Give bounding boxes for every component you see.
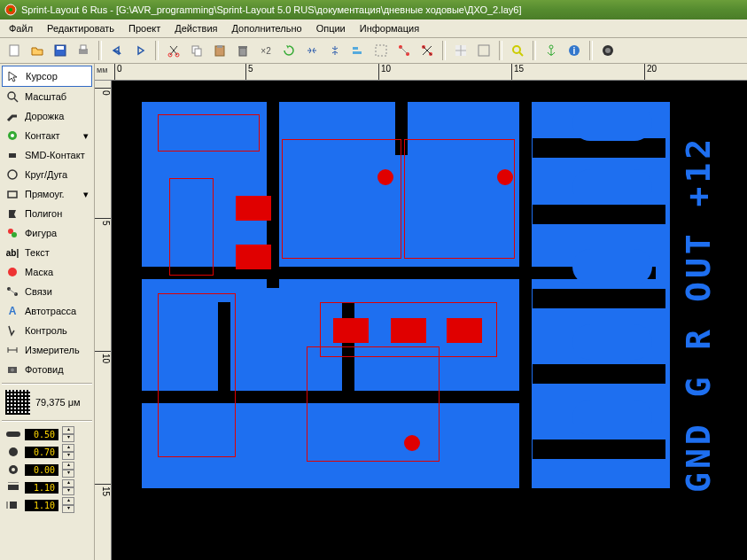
circle-icon bbox=[5, 167, 19, 182]
menu-options[interactable]: Опции bbox=[309, 21, 353, 35]
svg-point-58 bbox=[12, 468, 15, 471]
svg-point-1 bbox=[9, 8, 12, 12]
svg-rect-61 bbox=[10, 502, 17, 509]
tool-shape[interactable]: Фигура bbox=[2, 223, 92, 243]
flip-h-button[interactable] bbox=[301, 40, 323, 61]
menu-edit[interactable]: Редактировать bbox=[40, 21, 121, 35]
menu-project[interactable]: Проект bbox=[121, 21, 167, 35]
tool-label: Измеритель bbox=[25, 345, 80, 355]
undo-button[interactable] bbox=[106, 40, 128, 61]
param-value: 0.00 bbox=[25, 464, 58, 476]
tool-label: Дорожка bbox=[25, 111, 64, 121]
rotate-button[interactable] bbox=[278, 40, 300, 61]
param-value: 1.10 bbox=[25, 500, 58, 511]
param-pad-outer[interactable]: 0.70 ▴▾ bbox=[2, 443, 92, 461]
grid-toggle-button[interactable] bbox=[450, 40, 471, 61]
grid-setting[interactable]: 79,375 μм bbox=[2, 388, 92, 416]
menu-extra[interactable]: Дополнительно bbox=[224, 21, 308, 35]
print-button[interactable] bbox=[73, 40, 94, 61]
param-pad-inner[interactable]: 0.00 ▴▾ bbox=[2, 461, 92, 478]
svg-rect-12 bbox=[217, 45, 222, 48]
pcb-canvas[interactable]: GND G R OUT +12 bbox=[112, 81, 747, 560]
copy-button[interactable] bbox=[186, 40, 207, 61]
cut-button[interactable] bbox=[163, 40, 184, 61]
tool-mask[interactable]: Маска bbox=[2, 262, 92, 282]
grid-icon bbox=[5, 390, 30, 415]
ruler-horizontal: мм 0 5 10 15 20 bbox=[95, 64, 747, 81]
menu-actions[interactable]: Действия bbox=[167, 21, 224, 35]
menu-info[interactable]: Информация bbox=[353, 21, 426, 35]
tool-label: Контакт bbox=[25, 130, 60, 141]
grid-value: 79,375 μм bbox=[35, 397, 81, 408]
tool-label: Фигура bbox=[25, 228, 57, 238]
save-button[interactable] bbox=[50, 40, 71, 61]
duplicate-button[interactable]: ×2 bbox=[255, 40, 276, 61]
open-button[interactable] bbox=[27, 40, 48, 61]
new-button[interactable] bbox=[4, 40, 25, 61]
canvas-area: мм 0 5 10 15 20 0 5 10 15 bbox=[95, 64, 747, 560]
paste-button[interactable] bbox=[209, 40, 230, 61]
ruler-vertical: 0 5 10 15 bbox=[95, 81, 112, 560]
menu-bar: Файл Редактировать Проект Действия Допол… bbox=[0, 19, 747, 38]
tool-zoom[interactable]: Масштаб bbox=[2, 87, 92, 106]
macro-button[interactable] bbox=[597, 40, 619, 61]
tool-check[interactable]: Контроль bbox=[2, 321, 92, 340]
svg-point-40 bbox=[8, 170, 17, 179]
polygon-icon bbox=[5, 206, 19, 221]
ruler-tick: 15 bbox=[95, 484, 111, 496]
spinner[interactable]: ▴▾ bbox=[62, 497, 74, 513]
title-bar: Sprint-Layout 6 Rus - [G:\AVR_programmin… bbox=[0, 0, 747, 19]
tools-sidebar: Курсор Масштаб Дорожка Контакт ▾ SMD-Кон… bbox=[0, 64, 95, 560]
svg-line-47 bbox=[9, 289, 16, 294]
redo-button[interactable] bbox=[129, 40, 151, 61]
info-button[interactable]: i bbox=[564, 40, 585, 61]
tool-label: Курсор bbox=[26, 71, 58, 82]
tool-rect[interactable]: Прямоуг. ▾ bbox=[2, 184, 92, 204]
anchor-button[interactable] bbox=[541, 40, 562, 61]
tool-autoroute[interactable]: A Автотрасса bbox=[2, 301, 92, 321]
param-value: 1.10 bbox=[25, 482, 58, 494]
spinner[interactable]: ▴▾ bbox=[62, 479, 74, 495]
param-value: 0.70 bbox=[25, 447, 58, 458]
menu-file[interactable]: Файл bbox=[2, 21, 40, 35]
grid-options-button[interactable] bbox=[473, 40, 494, 61]
tool-measure[interactable]: Измеритель bbox=[2, 340, 92, 360]
tool-cursor[interactable]: Курсор bbox=[2, 66, 92, 87]
zoom-button[interactable] bbox=[507, 40, 528, 61]
tool-label: Контроль bbox=[25, 325, 67, 336]
param-track-width[interactable]: 0.50 ▴▾ bbox=[2, 425, 92, 443]
delete-button[interactable] bbox=[232, 40, 253, 61]
svg-point-38 bbox=[11, 134, 14, 137]
flip-v-button[interactable] bbox=[324, 40, 346, 61]
connection-button[interactable] bbox=[393, 40, 415, 61]
align-button[interactable] bbox=[347, 40, 369, 61]
svg-point-44 bbox=[8, 268, 17, 276]
pcb-terminal-labels: GND G R OUT +12 bbox=[679, 136, 718, 493]
param-smd-h[interactable]: 1.10 ▴▾ bbox=[2, 496, 92, 514]
measure-icon bbox=[5, 343, 19, 357]
smd-w-icon bbox=[5, 481, 21, 494]
cursor-icon bbox=[6, 69, 20, 83]
dropdown-icon: ▾ bbox=[83, 130, 89, 142]
ruler-tick: 0 bbox=[114, 64, 122, 80]
content-area: Курсор Масштаб Дорожка Контакт ▾ SMD-Кон… bbox=[0, 64, 747, 560]
svg-rect-39 bbox=[9, 153, 16, 158]
remove-conn-button[interactable] bbox=[416, 40, 438, 61]
tool-track[interactable]: Дорожка bbox=[2, 106, 92, 126]
spinner[interactable]: ▴▾ bbox=[62, 462, 74, 478]
param-smd-w[interactable]: 1.10 ▴▾ bbox=[2, 478, 92, 496]
snap-button[interactable] bbox=[370, 40, 392, 61]
tool-circle[interactable]: Круг/Дуга bbox=[2, 165, 92, 184]
spinner[interactable]: ▴▾ bbox=[62, 444, 74, 460]
tool-photo[interactable]: Фотовид bbox=[2, 360, 92, 379]
spinner[interactable]: ▴▾ bbox=[62, 426, 74, 442]
tool-links[interactable]: Связи bbox=[2, 282, 92, 301]
tool-text[interactable]: ab| Текст bbox=[2, 243, 92, 262]
svg-point-35 bbox=[8, 92, 15, 99]
contact-icon bbox=[5, 128, 19, 143]
tool-contact[interactable]: Контакт ▾ bbox=[2, 126, 92, 145]
tool-polygon[interactable]: Полигон bbox=[2, 204, 92, 223]
svg-point-34 bbox=[605, 48, 611, 53]
tool-smd[interactable]: SMD-Контакт bbox=[2, 145, 92, 165]
mask-icon bbox=[5, 265, 19, 279]
